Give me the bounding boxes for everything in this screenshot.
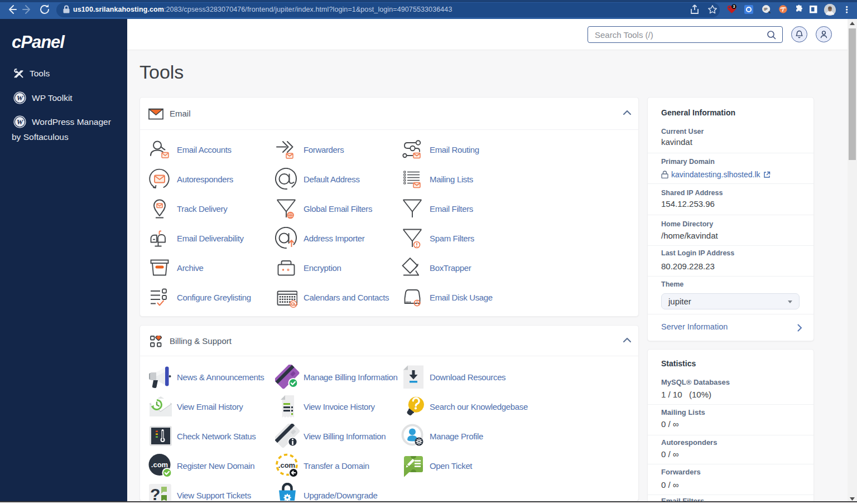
- svg-text:?: ?: [150, 485, 160, 501]
- svg-text:3: 3: [733, 4, 735, 9]
- svg-text:.com: .com: [151, 461, 168, 469]
- svg-text:W: W: [17, 118, 24, 126]
- svg-text:IP: IP: [764, 7, 768, 11]
- svg-text:W: W: [17, 94, 24, 102]
